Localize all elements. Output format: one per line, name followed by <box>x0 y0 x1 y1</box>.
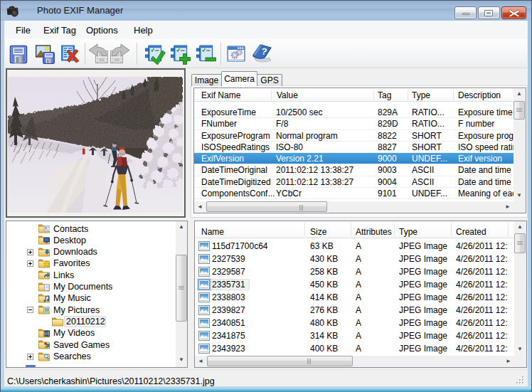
svg-text:?: ? <box>260 46 267 57</box>
